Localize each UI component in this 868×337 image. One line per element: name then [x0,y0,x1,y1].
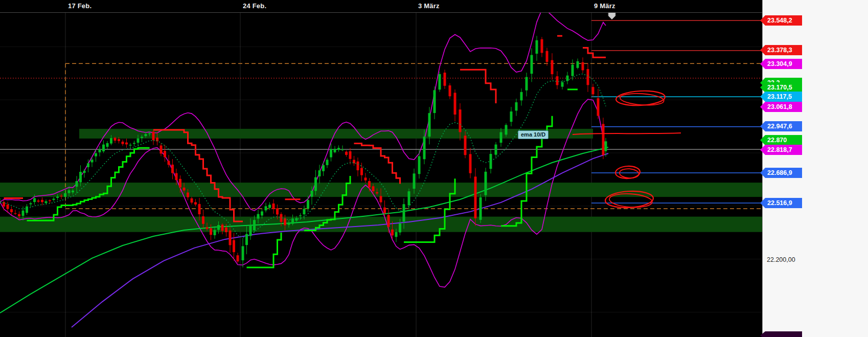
bollinger-upper-line [0,10,606,211]
price-tag[interactable]: 22.516,9 [760,198,802,208]
price-tag[interactable]: 22.870 [760,135,802,145]
price-tag[interactable]: 22.947,6 [760,121,802,131]
time-axis[interactable]: 17 Feb.24 Feb.3 März9 März [0,0,762,13]
ema-indicator-label[interactable]: ema 10/D [518,130,549,139]
price-axis-level-label: 22.200,00 [767,256,795,263]
chart-canvas[interactable] [0,0,762,337]
price-tag[interactable]: 23.378,3 [760,45,802,55]
date-label: 9 März [594,2,615,10]
price-tag[interactable]: 23.304,9 [760,59,802,69]
price-axis-panel[interactable]: 22.200,00 23.548,223.378,323.304,923.223… [762,0,868,337]
price-tag[interactable]: 23.117,5 [760,92,802,102]
trend-step-down-line [583,48,606,58]
candlestick-layer [0,36,607,267]
alert-marker-icon[interactable] [608,12,615,19]
price-tag[interactable]: 23.548,2 [760,15,802,26]
partial-price-tag[interactable] [760,331,802,337]
price-tag[interactable]: 23.061,8 [760,102,802,112]
red-scribble-ellipse [619,168,639,179]
date-label: 24 Feb. [243,2,266,10]
trading-chart-screen: 17 Feb.24 Feb.3 März9 März ema 10/D 22.2… [0,0,868,337]
price-tag[interactable]: 23.170,5 [760,82,802,93]
trend-step-down-line [460,70,496,103]
price-tag[interactable]: 22.818,7 [760,145,802,155]
date-label: 3 März [418,2,440,10]
price-tag[interactable]: 22.686,9 [760,168,802,178]
date-label: 17 Feb. [68,2,92,10]
